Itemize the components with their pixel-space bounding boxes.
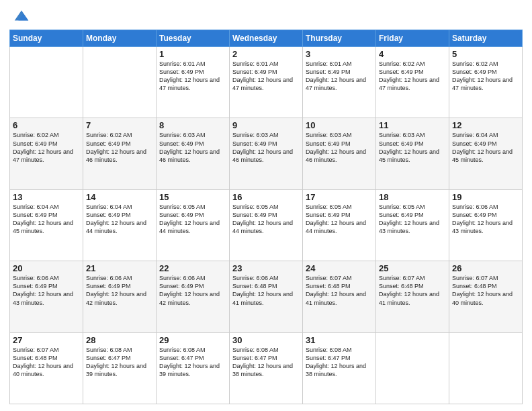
cell-info: Sunrise: 6:03 AMSunset: 6:49 PMDaylight:… bbox=[306, 131, 373, 164]
calendar-cell: 5Sunrise: 6:02 AMSunset: 6:49 PMDaylight… bbox=[449, 47, 523, 118]
calendar-cell: 14Sunrise: 6:04 AMSunset: 6:49 PMDayligh… bbox=[83, 189, 157, 261]
day-number: 4 bbox=[379, 49, 446, 59]
cell-info: Sunrise: 6:05 AMSunset: 6:49 PMDaylight:… bbox=[306, 203, 373, 236]
day-number: 18 bbox=[379, 192, 446, 202]
calendar-cell: 12Sunrise: 6:04 AMSunset: 6:49 PMDayligh… bbox=[449, 118, 523, 189]
calendar-cell: 6Sunrise: 6:02 AMSunset: 6:49 PMDaylight… bbox=[10, 118, 83, 189]
calendar-cell bbox=[10, 47, 83, 118]
cell-info: Sunrise: 6:05 AMSunset: 6:49 PMDaylight:… bbox=[159, 203, 226, 236]
cell-info: Sunrise: 6:02 AMSunset: 6:49 PMDaylight:… bbox=[452, 60, 519, 93]
calendar-cell: 31Sunrise: 6:08 AMSunset: 6:47 PMDayligh… bbox=[303, 332, 376, 404]
calendar-cell bbox=[83, 47, 157, 118]
weekday-header: Monday bbox=[83, 30, 157, 47]
weekday-header: Sunday bbox=[10, 30, 83, 47]
day-number: 7 bbox=[86, 120, 153, 130]
day-number: 20 bbox=[13, 263, 80, 273]
calendar-cell: 28Sunrise: 6:08 AMSunset: 6:47 PMDayligh… bbox=[83, 332, 157, 404]
calendar-cell: 19Sunrise: 6:06 AMSunset: 6:49 PMDayligh… bbox=[449, 189, 523, 261]
calendar-cell: 30Sunrise: 6:08 AMSunset: 6:47 PMDayligh… bbox=[230, 332, 303, 404]
calendar-week-row: 6Sunrise: 6:02 AMSunset: 6:49 PMDaylight… bbox=[10, 118, 523, 189]
calendar-cell: 20Sunrise: 6:06 AMSunset: 6:49 PMDayligh… bbox=[10, 261, 83, 332]
day-number: 5 bbox=[452, 49, 519, 59]
calendar-week-row: 27Sunrise: 6:07 AMSunset: 6:48 PMDayligh… bbox=[10, 332, 523, 404]
calendar-cell: 10Sunrise: 6:03 AMSunset: 6:49 PMDayligh… bbox=[303, 118, 376, 189]
calendar-cell: 22Sunrise: 6:06 AMSunset: 6:49 PMDayligh… bbox=[157, 261, 230, 332]
cell-info: Sunrise: 6:01 AMSunset: 6:49 PMDaylight:… bbox=[306, 60, 373, 93]
calendar-cell: 29Sunrise: 6:08 AMSunset: 6:47 PMDayligh… bbox=[157, 332, 230, 404]
weekday-header: Thursday bbox=[303, 30, 376, 47]
day-number: 26 bbox=[452, 263, 519, 273]
cell-info: Sunrise: 6:02 AMSunset: 6:49 PMDaylight:… bbox=[379, 60, 446, 93]
day-number: 9 bbox=[232, 120, 300, 130]
cell-info: Sunrise: 6:05 AMSunset: 6:49 PMDaylight:… bbox=[379, 203, 446, 236]
logo-icon bbox=[12, 7, 31, 26]
calendar-cell bbox=[376, 332, 449, 404]
day-number: 31 bbox=[306, 335, 373, 345]
cell-info: Sunrise: 6:01 AMSunset: 6:49 PMDaylight:… bbox=[232, 60, 300, 93]
cell-info: Sunrise: 6:03 AMSunset: 6:49 PMDaylight:… bbox=[232, 131, 300, 164]
cell-info: Sunrise: 6:07 AMSunset: 6:48 PMDaylight:… bbox=[379, 274, 446, 307]
day-number: 16 bbox=[232, 192, 300, 202]
cell-info: Sunrise: 6:06 AMSunset: 6:48 PMDaylight:… bbox=[232, 274, 300, 307]
cell-info: Sunrise: 6:08 AMSunset: 6:47 PMDaylight:… bbox=[86, 346, 153, 379]
calendar-table: SundayMondayTuesdayWednesdayThursdayFrid… bbox=[9, 30, 523, 404]
cell-info: Sunrise: 6:04 AMSunset: 6:49 PMDaylight:… bbox=[13, 203, 80, 236]
calendar-cell: 9Sunrise: 6:03 AMSunset: 6:49 PMDaylight… bbox=[230, 118, 303, 189]
calendar-cell: 18Sunrise: 6:05 AMSunset: 6:49 PMDayligh… bbox=[376, 189, 449, 261]
calendar-cell: 8Sunrise: 6:03 AMSunset: 6:49 PMDaylight… bbox=[157, 118, 230, 189]
cell-info: Sunrise: 6:03 AMSunset: 6:49 PMDaylight:… bbox=[379, 131, 446, 164]
day-number: 19 bbox=[452, 192, 519, 202]
cell-info: Sunrise: 6:06 AMSunset: 6:49 PMDaylight:… bbox=[13, 274, 80, 307]
day-number: 29 bbox=[159, 335, 226, 345]
calendar-week-row: 1Sunrise: 6:01 AMSunset: 6:49 PMDaylight… bbox=[10, 47, 523, 118]
cell-info: Sunrise: 6:06 AMSunset: 6:49 PMDaylight:… bbox=[86, 274, 153, 307]
day-number: 15 bbox=[159, 192, 226, 202]
day-number: 21 bbox=[86, 263, 153, 273]
day-number: 27 bbox=[13, 335, 80, 345]
cell-info: Sunrise: 6:06 AMSunset: 6:49 PMDaylight:… bbox=[452, 203, 519, 236]
day-number: 30 bbox=[232, 335, 300, 345]
day-number: 22 bbox=[159, 263, 226, 273]
calendar-cell: 24Sunrise: 6:07 AMSunset: 6:48 PMDayligh… bbox=[303, 261, 376, 332]
calendar-cell: 21Sunrise: 6:06 AMSunset: 6:49 PMDayligh… bbox=[83, 261, 157, 332]
weekday-header: Tuesday bbox=[157, 30, 230, 47]
day-number: 17 bbox=[306, 192, 373, 202]
calendar-cell: 3Sunrise: 6:01 AMSunset: 6:49 PMDaylight… bbox=[303, 47, 376, 118]
day-number: 1 bbox=[159, 49, 226, 59]
day-number: 6 bbox=[13, 120, 80, 130]
cell-info: Sunrise: 6:07 AMSunset: 6:48 PMDaylight:… bbox=[306, 274, 373, 307]
cell-info: Sunrise: 6:03 AMSunset: 6:49 PMDaylight:… bbox=[159, 131, 226, 164]
calendar-cell: 17Sunrise: 6:05 AMSunset: 6:49 PMDayligh… bbox=[303, 189, 376, 261]
weekday-header-row: SundayMondayTuesdayWednesdayThursdayFrid… bbox=[10, 30, 523, 47]
calendar-week-row: 20Sunrise: 6:06 AMSunset: 6:49 PMDayligh… bbox=[10, 261, 523, 332]
cell-info: Sunrise: 6:02 AMSunset: 6:49 PMDaylight:… bbox=[86, 131, 153, 164]
day-number: 14 bbox=[86, 192, 153, 202]
weekday-header: Friday bbox=[376, 30, 449, 47]
day-number: 3 bbox=[306, 49, 373, 59]
day-number: 8 bbox=[159, 120, 226, 130]
day-number: 28 bbox=[86, 335, 153, 345]
header bbox=[9, 7, 523, 26]
cell-info: Sunrise: 6:08 AMSunset: 6:47 PMDaylight:… bbox=[306, 346, 373, 379]
day-number: 2 bbox=[232, 49, 300, 59]
cell-info: Sunrise: 6:04 AMSunset: 6:49 PMDaylight:… bbox=[452, 131, 519, 164]
calendar-cell: 23Sunrise: 6:06 AMSunset: 6:48 PMDayligh… bbox=[230, 261, 303, 332]
calendar-cell: 16Sunrise: 6:05 AMSunset: 6:49 PMDayligh… bbox=[230, 189, 303, 261]
day-number: 13 bbox=[13, 192, 80, 202]
calendar-week-row: 13Sunrise: 6:04 AMSunset: 6:49 PMDayligh… bbox=[10, 189, 523, 261]
calendar-cell: 2Sunrise: 6:01 AMSunset: 6:49 PMDaylight… bbox=[230, 47, 303, 118]
calendar-cell: 15Sunrise: 6:05 AMSunset: 6:49 PMDayligh… bbox=[157, 189, 230, 261]
page: SundayMondayTuesdayWednesdayThursdayFrid… bbox=[0, 0, 532, 411]
day-number: 25 bbox=[379, 263, 446, 273]
day-number: 10 bbox=[306, 120, 373, 130]
logo bbox=[9, 7, 31, 26]
calendar-cell: 4Sunrise: 6:02 AMSunset: 6:49 PMDaylight… bbox=[376, 47, 449, 118]
calendar-cell: 25Sunrise: 6:07 AMSunset: 6:48 PMDayligh… bbox=[376, 261, 449, 332]
cell-info: Sunrise: 6:08 AMSunset: 6:47 PMDaylight:… bbox=[159, 346, 226, 379]
calendar-cell: 26Sunrise: 6:07 AMSunset: 6:48 PMDayligh… bbox=[449, 261, 523, 332]
calendar-cell: 11Sunrise: 6:03 AMSunset: 6:49 PMDayligh… bbox=[376, 118, 449, 189]
calendar-cell: 1Sunrise: 6:01 AMSunset: 6:49 PMDaylight… bbox=[157, 47, 230, 118]
cell-info: Sunrise: 6:07 AMSunset: 6:48 PMDaylight:… bbox=[452, 274, 519, 307]
calendar-cell bbox=[449, 332, 523, 404]
day-number: 24 bbox=[306, 263, 373, 273]
